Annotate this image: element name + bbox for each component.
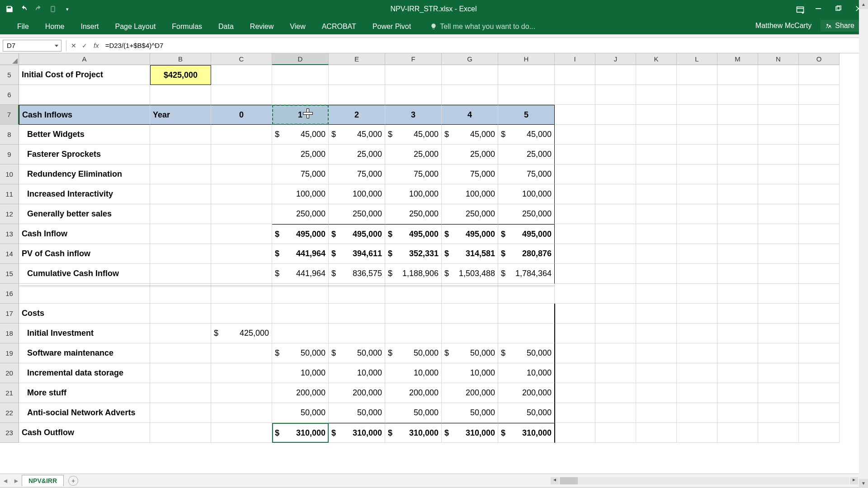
cell[interactable] bbox=[758, 145, 799, 164]
cell[interactable] bbox=[799, 363, 840, 383]
qat-dropdown-icon[interactable]: ▾ bbox=[63, 5, 71, 13]
cell[interactable]: 25,000 bbox=[442, 145, 498, 164]
cell[interactable] bbox=[150, 403, 211, 423]
cell[interactable]: 200,000 bbox=[385, 383, 442, 403]
cell[interactable] bbox=[150, 304, 211, 324]
cancel-formula-icon[interactable]: ✕ bbox=[68, 40, 79, 51]
cell[interactable] bbox=[555, 164, 595, 184]
cell[interactable] bbox=[636, 164, 677, 184]
ribbon-tab-page-layout[interactable]: Page Layout bbox=[107, 19, 164, 34]
row-header[interactable]: 22 bbox=[0, 403, 19, 423]
cell[interactable] bbox=[329, 284, 385, 304]
cell[interactable] bbox=[636, 324, 677, 343]
cell[interactable] bbox=[595, 65, 636, 85]
cell[interactable] bbox=[677, 343, 717, 363]
cell[interactable] bbox=[595, 105, 636, 125]
cell[interactable] bbox=[385, 324, 442, 343]
cell[interactable]: 10,000 bbox=[272, 363, 329, 383]
cell[interactable] bbox=[636, 383, 677, 403]
tab-nav-next-icon[interactable]: ► bbox=[11, 477, 22, 484]
cell[interactable] bbox=[211, 363, 272, 383]
cell[interactable]: PV of Cash inflow bbox=[19, 244, 150, 264]
scroll-up-icon[interactable]: ▲ bbox=[859, 0, 868, 9]
cell[interactable] bbox=[555, 105, 595, 125]
cell[interactable]: 75,000 bbox=[442, 164, 498, 184]
cell[interactable] bbox=[211, 85, 272, 105]
cell[interactable] bbox=[498, 304, 555, 324]
cell[interactable]: $310,000 bbox=[272, 423, 329, 443]
cell[interactable] bbox=[799, 125, 840, 145]
cell[interactable]: 75,000 bbox=[385, 164, 442, 184]
cell[interactable] bbox=[555, 145, 595, 164]
cell[interactable]: Redundency Elimination bbox=[19, 164, 150, 184]
cell[interactable] bbox=[150, 363, 211, 383]
cell[interactable] bbox=[150, 324, 211, 343]
cell[interactable] bbox=[717, 204, 758, 224]
cell[interactable]: Fasterer Sprockets bbox=[19, 145, 150, 164]
cell[interactable] bbox=[595, 164, 636, 184]
cell[interactable]: $45,000 bbox=[329, 125, 385, 145]
cell[interactable] bbox=[758, 125, 799, 145]
cell[interactable] bbox=[211, 145, 272, 164]
cell[interactable] bbox=[799, 423, 840, 443]
row-header[interactable]: 17 bbox=[0, 304, 19, 324]
cell[interactable] bbox=[636, 264, 677, 284]
cell[interactable] bbox=[677, 145, 717, 164]
column-header[interactable]: F bbox=[385, 53, 442, 65]
row-header[interactable]: 7 bbox=[0, 105, 19, 125]
cell[interactable] bbox=[636, 423, 677, 443]
cell[interactable] bbox=[595, 403, 636, 423]
cell[interactable] bbox=[555, 304, 595, 324]
share-button[interactable]: Share bbox=[821, 20, 859, 32]
cell[interactable] bbox=[595, 145, 636, 164]
cell[interactable] bbox=[677, 204, 717, 224]
cell[interactable] bbox=[636, 224, 677, 244]
cell[interactable]: $50,000 bbox=[442, 343, 498, 363]
cell[interactable]: $495,000 bbox=[385, 224, 442, 244]
cell[interactable] bbox=[555, 363, 595, 383]
cell[interactable] bbox=[636, 105, 677, 125]
column-header[interactable]: J bbox=[595, 53, 636, 65]
row-header[interactable]: 19 bbox=[0, 343, 19, 363]
cell[interactable] bbox=[150, 423, 211, 443]
cell[interactable] bbox=[799, 343, 840, 363]
cell[interactable] bbox=[211, 204, 272, 224]
cell[interactable]: Cash Outflow bbox=[19, 423, 150, 443]
cell[interactable] bbox=[636, 403, 677, 423]
ribbon-tab-insert[interactable]: Insert bbox=[72, 19, 107, 34]
cell[interactable] bbox=[677, 304, 717, 324]
cell[interactable] bbox=[595, 264, 636, 284]
cell[interactable]: 100,000 bbox=[442, 184, 498, 204]
cell[interactable] bbox=[636, 85, 677, 105]
cell[interactable]: 1 bbox=[272, 105, 329, 125]
cell[interactable]: Better Widgets bbox=[19, 125, 150, 145]
cell[interactable] bbox=[329, 304, 385, 324]
cell[interactable] bbox=[555, 224, 595, 244]
cell[interactable]: Increased Interactivity bbox=[19, 184, 150, 204]
cell[interactable] bbox=[272, 65, 329, 85]
cell[interactable] bbox=[211, 284, 272, 304]
ribbon-options-icon[interactable] bbox=[796, 5, 803, 13]
cell[interactable]: $50,000 bbox=[498, 343, 555, 363]
cell[interactable] bbox=[211, 423, 272, 443]
cell[interactable]: Cash Inflow bbox=[19, 224, 150, 244]
cell[interactable] bbox=[211, 383, 272, 403]
scroll-right-icon[interactable]: ► bbox=[850, 477, 858, 484]
cell[interactable] bbox=[555, 204, 595, 224]
cell[interactable] bbox=[677, 383, 717, 403]
cell[interactable] bbox=[211, 244, 272, 264]
column-header[interactable]: D bbox=[272, 53, 329, 65]
cell[interactable] bbox=[677, 264, 717, 284]
cell[interactable] bbox=[758, 264, 799, 284]
cell[interactable]: 75,000 bbox=[272, 164, 329, 184]
cell[interactable]: $394,611 bbox=[329, 244, 385, 264]
cell[interactable]: 10,000 bbox=[442, 363, 498, 383]
cell[interactable] bbox=[595, 423, 636, 443]
cell[interactable]: 100,000 bbox=[385, 184, 442, 204]
cell[interactable] bbox=[150, 184, 211, 204]
cell[interactable]: 100,000 bbox=[272, 184, 329, 204]
cell[interactable]: 25,000 bbox=[272, 145, 329, 164]
cell[interactable] bbox=[442, 284, 498, 304]
cell[interactable] bbox=[799, 383, 840, 403]
cell[interactable] bbox=[498, 85, 555, 105]
